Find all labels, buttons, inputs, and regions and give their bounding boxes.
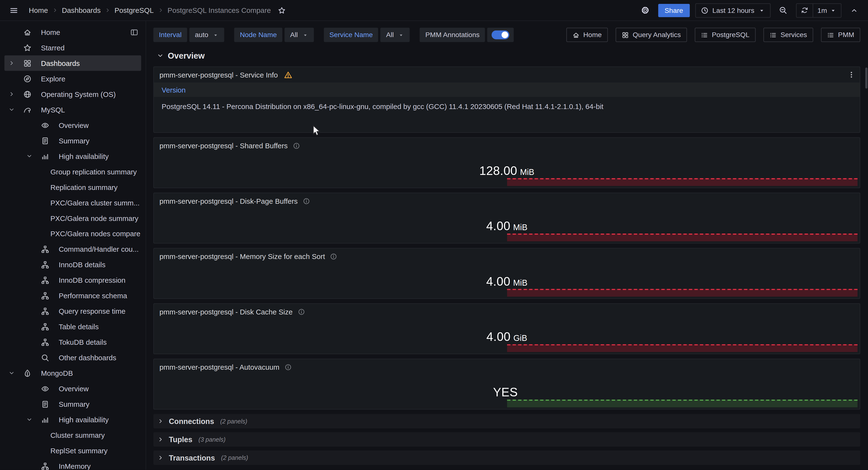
share-button[interactable]: Share [658,4,690,17]
row-header-connections[interactable]: Connections(2 panels) [153,414,860,428]
sidebar-item-summary[interactable]: Summary [4,133,141,148]
breadcrumb-item-dashboards[interactable]: Dashboards [62,6,100,14]
sidebar-item-starred[interactable]: Starred [4,40,141,55]
chevron-down-icon[interactable] [4,370,19,376]
sidebar-item-label: Other dashboards [53,353,141,362]
sidebar-item-label: TokuDB details [53,338,141,346]
info-icon[interactable] [330,253,337,260]
sitemap-icon [37,260,53,269]
menu-toggle-icon[interactable] [6,3,21,18]
refresh-now-icon[interactable] [797,4,812,17]
sitemap-icon [37,245,53,253]
sidebar-item-explore[interactable]: Explore [4,71,141,86]
dashboard-settings-gear-icon[interactable] [638,3,652,18]
sidebar-item-operating-system-os[interactable]: Operating System (OS) [4,86,141,102]
time-range-picker[interactable]: Last 12 hours [695,3,770,18]
sidebar-item-label: Replication summary [45,183,141,191]
pmm-annotations-toggle[interactable] [487,28,514,42]
stat-value-unit: MiB [520,167,534,177]
panel-title[interactable]: pmm-server-postgresql - Service Info [159,70,278,79]
caret-down-icon [398,32,404,38]
sidebar-item-pxc-galera-cluster-summ[interactable]: PXC/Galera cluster summ... [4,195,141,210]
top-navigation-bar: HomeDashboardsPostgreSQLPostgreSQL Insta… [0,0,868,21]
sidebar-item-replication-summary[interactable]: Replication summary [4,179,141,195]
warning-triangle-icon[interactable] [284,70,292,79]
chevron-down-icon[interactable] [22,153,36,159]
sidebar-item-tokudb-details[interactable]: TokuDB details [4,334,141,350]
row-panel-count: (2 panels) [220,418,247,425]
sitemap-icon [37,322,53,331]
collapse-controls-chevron-up-icon[interactable] [847,3,861,18]
stat-panel-pmm-server-postgresql-memory-size-for-each-sort: pmm-server-postgresql - Memory Size for … [153,248,860,299]
sidebar-item-inmemory[interactable]: InMemory [4,458,141,470]
sidebar-item-mongodb[interactable]: MongoDB [4,365,141,381]
breadcrumb-item-postgresql[interactable]: PostgreSQL [114,6,154,14]
toolbar-link-query-analytics[interactable]: Query Analytics [616,28,687,42]
scrollbar-thumb[interactable] [865,68,868,89]
time-zoom-out-icon[interactable] [776,3,790,18]
sidebar-item-cluster-summary[interactable]: Cluster summary [4,427,141,443]
stat-value-number: 128.00 [479,164,517,178]
sidebar-item-summary[interactable]: Summary [4,396,141,412]
sidebar-item-home[interactable]: Home [4,25,141,40]
row-header-tuples[interactable]: Tuples(3 panels) [153,432,860,446]
info-icon[interactable] [284,364,292,371]
sidebar-item-dashboards[interactable]: Dashboards [4,55,141,71]
sidebar-item-mysql[interactable]: MySQL [4,102,141,117]
list-icon [701,31,708,38]
row-panel-count: (2 panels) [221,455,248,461]
sitemap-icon [37,338,53,346]
sidebar-item-command-handler-cou[interactable]: Command/Handler cou... [4,241,141,257]
chevron-right-icon[interactable] [4,91,19,97]
toolbar-link-postgresql[interactable]: PostgreSQL [695,28,756,42]
toggle-switch[interactable] [492,31,509,39]
compass-icon [19,74,36,83]
sidebar-item-high-availability[interactable]: High availability [4,412,141,427]
doc-icon [37,136,53,145]
sidebar-item-overview[interactable]: Overview [4,117,141,133]
breadcrumb-item-home[interactable]: Home [29,6,48,14]
breadcrumb-separator-icon [157,7,163,13]
sidebar-item-label: PXC/Galera nodes compare [45,229,141,238]
sidebar-item-replset-summary[interactable]: ReplSet summary [4,443,141,458]
chevron-down-icon[interactable] [4,106,19,113]
panel-title[interactable]: pmm-server-postgresql - Autovacuum [159,363,279,371]
sidebar-item-overview[interactable]: Overview [4,381,141,396]
chevron-down-icon[interactable] [22,416,36,423]
sidebar-item-pxc-galera-node-summary[interactable]: PXC/Galera node summary [4,210,141,226]
home-icon [572,31,579,38]
chevron-right-icon[interactable] [4,60,19,66]
panel-title[interactable]: pmm-server-postgresql - Memory Size for … [159,252,325,260]
sidebar-item-pxc-galera-nodes-compare[interactable]: PXC/Galera nodes compare [4,226,141,241]
sidebar-item-other-dashboards[interactable]: Other dashboards [4,350,141,365]
signal-icon [37,415,53,424]
toolbar-link-services[interactable]: Services [763,28,813,42]
sidebar-item-group-replication-summary[interactable]: Group replication summary [4,164,141,179]
sidebar-item-innodb-compression[interactable]: InnoDB compression [4,272,141,288]
info-icon[interactable] [293,142,300,149]
panel-title[interactable]: pmm-server-postgresql - Disk-Page Buffer… [159,197,298,205]
panel-title[interactable]: pmm-server-postgresql - Disk Cache Size [159,308,293,316]
caret-down-icon [213,32,219,38]
refresh-interval-dropdown[interactable]: 1m [812,4,841,17]
row-header-transactions[interactable]: Transactions(2 panels) [153,450,860,465]
info-icon[interactable] [303,197,310,205]
dock-icon[interactable] [130,28,138,36]
variable-value-dropdown[interactable]: All [284,28,314,42]
table-column-header[interactable]: Version [154,82,860,97]
panel-menu-kebab-icon[interactable] [848,71,856,79]
variable-controls: IntervalautoNode NameAllService NameAll [153,28,420,42]
toolbar-link-home[interactable]: Home [566,28,608,42]
sidebar-item-performance-schema[interactable]: Performance schema [4,288,141,303]
favorite-star-icon[interactable] [277,3,288,18]
sidebar-item-table-details[interactable]: Table details [4,319,141,334]
sidebar-item-query-response-time[interactable]: Query response time [4,303,141,319]
toolbar-link-pmm[interactable]: PMM [821,28,861,42]
variable-value-dropdown[interactable]: auto [189,28,224,42]
variable-value-dropdown[interactable]: All [380,28,410,42]
row-header-overview[interactable]: Overview [153,50,860,61]
info-icon[interactable] [298,308,305,315]
sidebar-item-innodb-details[interactable]: InnoDB details [4,257,141,272]
sidebar-item-high-availability[interactable]: High availability [4,148,141,164]
panel-title[interactable]: pmm-server-postgresql - Shared Buffers [159,142,288,150]
